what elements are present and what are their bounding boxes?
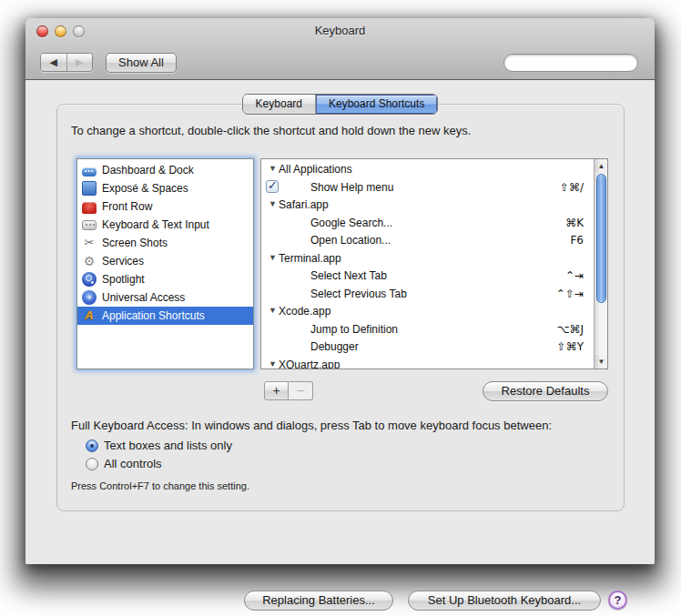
category-row[interactable]: Services: [77, 252, 253, 270]
disclosure-triangle-icon[interactable]: ▼: [269, 199, 277, 208]
category-row[interactable]: Dashboard & Dock: [77, 161, 253, 179]
spotlight-icon: [82, 272, 97, 287]
disclosure-triangle-icon[interactable]: ▼: [269, 253, 277, 262]
shortcut-keys[interactable]: ⌘K: [565, 217, 584, 229]
scroll-down-arrow-icon[interactable]: ▼: [595, 355, 608, 369]
control-f7-note: Press Control+F7 to change this setting.: [71, 480, 249, 491]
disclosure-triangle-icon[interactable]: ▼: [269, 306, 277, 315]
shortcut-keys[interactable]: ⌃⇧⇥: [556, 288, 584, 300]
shortcut-keys[interactable]: F6: [570, 234, 584, 247]
back-button[interactable]: ◀: [41, 54, 66, 71]
forward-button: ▶: [66, 54, 93, 71]
category-row[interactable]: Universal Access: [77, 288, 253, 307]
shortcut-row[interactable]: Jump to Definition ⌥⌘J: [261, 321, 607, 339]
radio-all-controls[interactable]: All controls: [86, 457, 162, 470]
shortcut-row[interactable]: Select Previous Tab ⌃⇧⇥: [261, 286, 607, 304]
radio-button-selected-icon[interactable]: [86, 439, 98, 452]
shortcut-row[interactable]: ▼ Xcode.app: [261, 303, 607, 321]
setup-bluetooth-keyboard-button[interactable]: Set Up Bluetooth Keyboard...: [408, 591, 601, 611]
shortcut-row[interactable]: ▼ All Applications: [261, 161, 607, 179]
shortcut-row[interactable]: ▼ Terminal.app: [261, 250, 607, 268]
shortcut-row[interactable]: Open Location... F6: [261, 232, 607, 250]
instruction-text: To change a shortcut, double-click the s…: [71, 124, 471, 137]
window-title: Keyboard: [25, 18, 655, 43]
help-button[interactable]: ?: [608, 591, 627, 610]
scroll-up-arrow-icon[interactable]: ▲: [595, 159, 608, 173]
title-bar: Keyboard ◀ ▶ Show All: [25, 18, 655, 80]
shortcut-row[interactable]: Debugger ⇧⌘Y: [261, 338, 607, 357]
keyboard-input-icon: [82, 220, 97, 230]
show-all-button[interactable]: Show All: [106, 53, 177, 73]
scrollbar-thumb[interactable]: [596, 174, 606, 303]
services-icon: [82, 254, 97, 268]
tab-bar: Keyboard Keyboard Shortcuts: [242, 94, 439, 115]
history-nav: ◀ ▶: [40, 53, 93, 72]
screen-shots-icon: [82, 236, 97, 250]
shortcut-row[interactable]: Select Next Tab ⌃⇥: [261, 268, 607, 286]
category-row[interactable]: Keyboard & Text Input: [77, 216, 253, 234]
shortcut-row[interactable]: ▼ Safari.app: [261, 197, 607, 215]
add-shortcut-button[interactable]: +: [264, 381, 289, 400]
full-keyboard-access-heading: Full Keyboard Access: In windows and dia…: [71, 419, 552, 432]
shortcut-row[interactable]: Google Search... ⌘K: [261, 215, 607, 233]
restore-defaults-button[interactable]: Restore Defaults: [483, 381, 608, 401]
expose-spaces-icon: [82, 181, 97, 196]
shortcut-row[interactable]: ▼ XQuartz.app: [261, 357, 607, 370]
category-row[interactable]: Spotlight: [77, 270, 253, 288]
vertical-scrollbar[interactable]: ▲ ▼: [594, 159, 607, 369]
front-row-icon: [82, 202, 97, 214]
category-list[interactable]: Dashboard & Dock Exposé & Spaces Front R…: [76, 158, 254, 369]
disclosure-triangle-icon[interactable]: ▼: [269, 164, 277, 173]
application-shortcuts-icon: [82, 308, 97, 323]
shortcut-keys[interactable]: ⌃⇥: [565, 269, 584, 282]
replacing-batteries-button[interactable]: Replacing Batteries...: [244, 591, 393, 611]
tab-keyboard-shortcuts[interactable]: Keyboard Shortcuts: [315, 95, 437, 114]
shortcut-keys[interactable]: ⌥⌘J: [557, 323, 584, 336]
shortcut-row[interactable]: Show Help menu ⇧⌘/: [261, 179, 607, 197]
search-field[interactable]: [503, 54, 638, 72]
search-input[interactable]: [509, 56, 653, 70]
radio-text-boxes-and-lists[interactable]: Text boxes and lists only: [86, 439, 232, 452]
keyboard-preferences-window: Keyboard ◀ ▶ Show All Keyboard Keyboard …: [25, 18, 655, 564]
enabled-checkbox[interactable]: [266, 180, 279, 193]
screen: Keyboard ◀ ▶ Show All Keyboard Keyboard …: [0, 0, 681, 616]
category-row[interactable]: Exposé & Spaces: [77, 179, 253, 197]
category-row[interactable]: Application Shortcuts: [77, 307, 253, 325]
remove-shortcut-button: −: [289, 381, 313, 400]
shortcut-keys[interactable]: ⇧⌘Y: [557, 340, 584, 353]
category-row[interactable]: Screen Shots: [77, 234, 253, 252]
category-row[interactable]: Front Row: [77, 197, 253, 216]
add-remove-controls: + −: [264, 381, 313, 400]
disclosure-triangle-icon[interactable]: ▼: [269, 359, 277, 369]
dashboard-dock-icon: [82, 167, 97, 177]
universal-access-icon: [82, 290, 97, 305]
shortcut-list[interactable]: ▼ All Applications Show Help menu ⇧⌘/ ▼ …: [260, 158, 608, 369]
tab-keyboard[interactable]: Keyboard: [243, 95, 315, 114]
shortcut-keys[interactable]: ⇧⌘/: [560, 181, 584, 194]
radio-button-icon[interactable]: [86, 458, 98, 470]
preference-pane: Keyboard Keyboard Shortcuts To change a …: [25, 80, 655, 564]
